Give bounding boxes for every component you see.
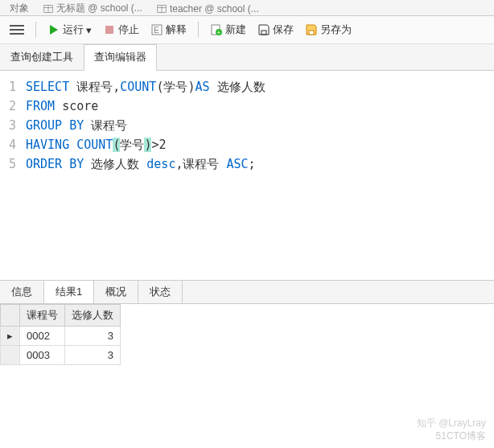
- column-header[interactable]: 课程号: [20, 305, 65, 327]
- table-row[interactable]: 0003 3: [1, 346, 121, 365]
- line-number: 5: [0, 154, 26, 174]
- table-icon: [43, 4, 53, 14]
- file-tab[interactable]: teacher @ school (...: [150, 2, 266, 15]
- result-tabs: 信息 结果1 概况 状态: [0, 280, 494, 304]
- tab-info[interactable]: 信息: [0, 281, 44, 303]
- svg-rect-13: [261, 31, 266, 35]
- row-indicator: ▸: [1, 327, 20, 346]
- table-icon: [157, 4, 167, 14]
- line-number: 3: [0, 116, 26, 135]
- explain-button[interactable]: E 解释: [147, 21, 190, 39]
- svg-text:+: +: [217, 29, 221, 36]
- table-row[interactable]: ▸ 0002 3: [1, 327, 121, 346]
- svg-rect-7: [105, 26, 113, 34]
- tab-status[interactable]: 状态: [138, 281, 183, 303]
- file-tab[interactable]: 无标题 @ school (...: [37, 2, 149, 15]
- stop-icon: [103, 23, 116, 36]
- divider: [198, 22, 199, 38]
- line-number: 1: [0, 77, 26, 97]
- result-grid[interactable]: 课程号 选修人数 ▸ 0002 3 0003 3: [0, 304, 121, 365]
- tab-query-editor[interactable]: 查询编辑器: [84, 44, 157, 71]
- save-button[interactable]: 保存: [254, 21, 297, 39]
- column-header[interactable]: 选修人数: [65, 305, 121, 327]
- svg-text:E: E: [154, 26, 159, 35]
- editor-tabs: 查询创建工具 查询编辑器: [0, 44, 494, 71]
- row-indicator-header: [1, 305, 20, 327]
- line-number: 4: [0, 135, 26, 154]
- save-icon: [257, 23, 270, 36]
- explain-icon: E: [150, 23, 163, 36]
- run-button[interactable]: 运行 ▾: [44, 21, 95, 39]
- save-as-icon: [305, 23, 318, 36]
- row-indicator: [1, 346, 20, 365]
- new-icon: +: [210, 23, 223, 36]
- tab-result[interactable]: 结果1: [44, 281, 94, 303]
- sql-editor[interactable]: 1SELECT 课程号,COUNT(学号)AS 选修人数 2FROM score…: [0, 71, 494, 280]
- svg-rect-14: [309, 31, 314, 35]
- tab-query-builder[interactable]: 查询创建工具: [0, 44, 84, 70]
- divider: [35, 22, 36, 38]
- toolbar: 运行 ▾ 停止 E 解释 + 新建 保存 另存为: [0, 16, 494, 44]
- save-as-button[interactable]: 另存为: [302, 21, 355, 39]
- file-tabs-bar: 对象 无标题 @ school (... teacher @ school (.…: [0, 0, 494, 16]
- file-tab[interactable]: 对象: [3, 2, 35, 15]
- line-number: 2: [0, 97, 26, 116]
- menu-icon[interactable]: [6, 22, 27, 38]
- stop-button[interactable]: 停止: [100, 21, 142, 39]
- new-button[interactable]: + 新建: [207, 21, 249, 39]
- tab-profile[interactable]: 概况: [94, 281, 138, 303]
- play-icon: [47, 23, 60, 36]
- svg-marker-6: [50, 25, 58, 35]
